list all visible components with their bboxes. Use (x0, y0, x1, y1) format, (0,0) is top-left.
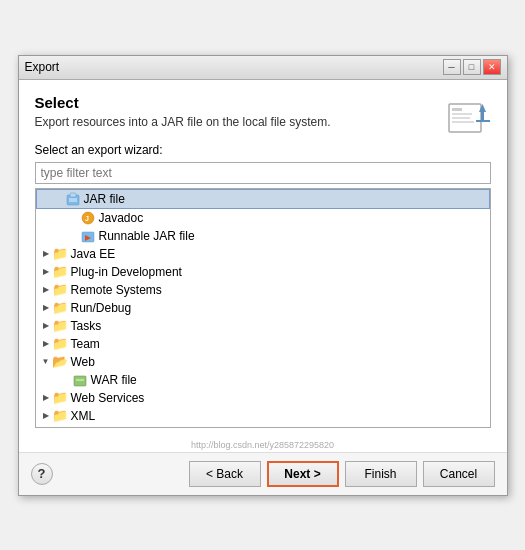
next-button[interactable]: Next > (267, 461, 339, 487)
finish-button[interactable]: Finish (345, 461, 417, 487)
toggle-javadoc[interactable] (68, 212, 80, 224)
remote-systems-label: Remote Systems (71, 283, 162, 297)
runnable-jar-label: Runnable JAR file (99, 229, 195, 243)
tree-item-team[interactable]: ▶ 📁 Team (36, 335, 490, 353)
svg-rect-7 (476, 120, 490, 122)
action-buttons: < Back Next > Finish Cancel (189, 461, 495, 487)
main-content: Select Export resources into a JAR file … (19, 80, 507, 438)
filter-label: Select an export wizard: (35, 143, 491, 157)
web-services-folder-icon: 📁 (52, 390, 68, 406)
export-dialog: Export ─ □ ✕ Select Export resources int… (18, 55, 508, 496)
cancel-button[interactable]: Cancel (423, 461, 495, 487)
svg-rect-2 (452, 113, 472, 115)
run-debug-folder-icon: 📁 (52, 300, 68, 316)
svg-rect-4 (452, 121, 474, 123)
toggle-war[interactable] (60, 374, 72, 386)
java-ee-folder-icon: 📁 (52, 246, 68, 262)
tree-item-tasks[interactable]: ▶ 📁 Tasks (36, 317, 490, 335)
tree-item-java-ee[interactable]: ▶ 📁 Java EE (36, 245, 490, 263)
war-file-icon (72, 372, 88, 388)
maximize-button[interactable]: □ (463, 59, 481, 75)
close-button[interactable]: ✕ (483, 59, 501, 75)
wizard-tree: JAR file J Javadoc (35, 188, 491, 428)
tree-item-web-services[interactable]: ▶ 📁 Web Services (36, 389, 490, 407)
javadoc-label: Javadoc (99, 211, 144, 225)
toggle-web-services[interactable]: ▶ (40, 392, 52, 404)
toggle-web[interactable]: ▼ (40, 356, 52, 368)
toggle-run-debug[interactable]: ▶ (40, 302, 52, 314)
tree-item-war-file[interactable]: WAR file (36, 371, 490, 389)
jar-file-icon (65, 191, 81, 207)
toggle-tasks[interactable]: ▶ (40, 320, 52, 332)
remote-systems-folder-icon: 📁 (52, 282, 68, 298)
titlebar: Export ─ □ ✕ (19, 56, 507, 80)
back-button[interactable]: < Back (189, 461, 261, 487)
toggle-remote-systems[interactable]: ▶ (40, 284, 52, 296)
svg-rect-16 (74, 376, 86, 386)
java-ee-label: Java EE (71, 247, 116, 261)
svg-rect-9 (70, 193, 76, 197)
plugin-dev-label: Plug-in Development (71, 265, 182, 279)
jar-file-label: JAR file (84, 192, 125, 206)
toggle-team[interactable]: ▶ (40, 338, 52, 350)
plugin-dev-folder-icon: 📁 (52, 264, 68, 280)
minimize-button[interactable]: ─ (443, 59, 461, 75)
runnable-jar-icon (80, 228, 96, 244)
javadoc-icon: J (80, 210, 96, 226)
tree-item-runnable-jar[interactable]: Runnable JAR file (36, 227, 490, 245)
tasks-label: Tasks (71, 319, 102, 333)
section-description: Export resources into a JAR file on the … (35, 115, 491, 129)
export-icon (447, 94, 491, 134)
titlebar-controls: ─ □ ✕ (443, 59, 501, 75)
svg-rect-3 (452, 117, 470, 119)
xml-label: XML (71, 409, 96, 423)
war-file-label: WAR file (91, 373, 137, 387)
team-label: Team (71, 337, 100, 351)
tasks-folder-icon: 📁 (52, 318, 68, 334)
svg-rect-6 (481, 112, 484, 120)
section-title: Select (35, 94, 491, 111)
bottom-bar: ? < Back Next > Finish Cancel (19, 452, 507, 495)
xml-folder-icon: 📁 (52, 408, 68, 424)
tree-item-remote-systems[interactable]: ▶ 📁 Remote Systems (36, 281, 490, 299)
watermark: http://blog.csdn.net/y285872295820 (19, 438, 507, 452)
toggle-xml[interactable]: ▶ (40, 410, 52, 422)
tree-item-web[interactable]: ▼ 📂 Web (36, 353, 490, 371)
toggle-java-ee[interactable]: ▶ (40, 248, 52, 260)
help-button[interactable]: ? (31, 463, 53, 485)
filter-input[interactable] (35, 162, 491, 184)
window-title: Export (25, 60, 60, 74)
web-label: Web (71, 355, 95, 369)
toggle-runnable-jar[interactable] (68, 230, 80, 242)
team-folder-icon: 📁 (52, 336, 68, 352)
svg-text:J: J (85, 215, 89, 222)
tree-item-plugin-dev[interactable]: ▶ 📁 Plug-in Development (36, 263, 490, 281)
tree-item-run-debug[interactable]: ▶ 📁 Run/Debug (36, 299, 490, 317)
toggle-jar[interactable] (53, 193, 65, 205)
tree-item-jar-file[interactable]: JAR file (36, 189, 490, 209)
svg-rect-1 (452, 108, 462, 111)
toggle-plugin-dev[interactable]: ▶ (40, 266, 52, 278)
web-services-label: Web Services (71, 391, 145, 405)
run-debug-label: Run/Debug (71, 301, 132, 315)
tree-item-xml[interactable]: ▶ 📁 XML (36, 407, 490, 425)
web-folder-icon: 📂 (52, 354, 68, 370)
tree-item-javadoc[interactable]: J Javadoc (36, 209, 490, 227)
